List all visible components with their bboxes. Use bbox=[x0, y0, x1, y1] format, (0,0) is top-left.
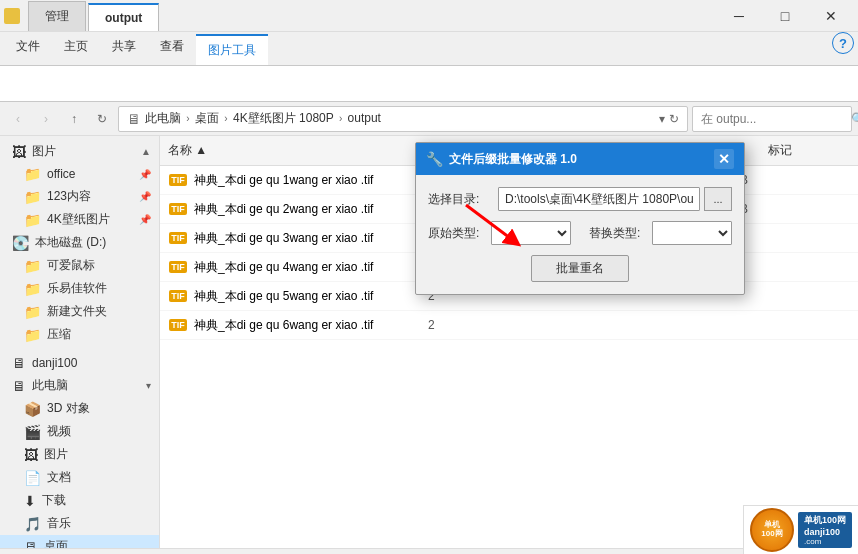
sidebar-item-disk[interactable]: 💽 本地磁盘 (D:) bbox=[0, 231, 159, 254]
dialog-browse-button[interactable]: ... bbox=[704, 187, 732, 211]
dialog-title-left: 🔧 文件后缀批量修改器 1.0 bbox=[426, 151, 577, 168]
path-icon: 🖥 bbox=[127, 111, 141, 127]
col-mark[interactable]: 标记 bbox=[760, 140, 858, 161]
software-icon: 📁 bbox=[24, 281, 41, 297]
4k-folder-icon: 📁 bbox=[24, 212, 41, 228]
sidebar-label-software: 乐易佳软件 bbox=[47, 280, 107, 297]
expand-pc-icon: ▾ bbox=[146, 380, 151, 391]
address-path[interactable]: 🖥 此电脑 › 桌面 › 4K壁纸图片 1080P › output ▾ ↻ bbox=[118, 106, 688, 132]
dialog-title-bar: 🔧 文件后缀批量修改器 1.0 ✕ bbox=[416, 143, 744, 175]
ribbon-tab-file[interactable]: 文件 bbox=[4, 32, 52, 65]
file-name-3: TIF 神典_本di ge qu 3wang er xiao .tif bbox=[160, 228, 420, 248]
expand-icon: ▲ bbox=[141, 146, 151, 157]
sidebar-label-pictures: 图片 bbox=[32, 143, 56, 160]
sidebar-item-office[interactable]: 📁 office 📌 bbox=[0, 163, 159, 185]
maximize-button[interactable]: □ bbox=[762, 0, 808, 32]
sidebar-label-music: 音乐 bbox=[47, 515, 71, 532]
sidebar-item-this-pc[interactable]: 🖥 此电脑 ▾ bbox=[0, 374, 159, 397]
sidebar-item-compress[interactable]: 📁 压缩 bbox=[0, 323, 159, 346]
dialog-title-text: 文件后缀批量修改器 1.0 bbox=[449, 151, 577, 168]
dialog-replace-label: 替换类型: bbox=[589, 225, 652, 242]
file-icon-2: TIF bbox=[168, 199, 188, 219]
123-folder-icon: 📁 bbox=[24, 189, 41, 205]
logo-circle[interactable]: 单机 100网 bbox=[750, 508, 794, 552]
sidebar-label-video: 视频 bbox=[47, 423, 71, 440]
sidebar-item-software[interactable]: 📁 乐易佳软件 bbox=[0, 277, 159, 300]
path-dropdown-icon[interactable]: ▾ bbox=[659, 112, 665, 126]
sidebar-item-pictures[interactable]: 🖼 图片 ▲ bbox=[0, 140, 159, 163]
office-folder-icon: 📁 bbox=[24, 166, 41, 182]
dialog-dir-input[interactable] bbox=[498, 187, 700, 211]
sidebar-label-danji: danji100 bbox=[32, 356, 77, 370]
search-input[interactable] bbox=[701, 112, 851, 126]
dialog-type-row: 原始类型: 替换类型: bbox=[428, 221, 732, 245]
pin-icon-2: 📌 bbox=[139, 191, 151, 202]
this-pc-icon: 🖥 bbox=[12, 378, 26, 394]
sidebar: 🖼 图片 ▲ 📁 office 📌 📁 123内容 📌 📁 4K壁纸图片 📌 💽… bbox=[0, 136, 160, 548]
col-name[interactable]: 名称 ▲ bbox=[160, 140, 420, 161]
nav-forward-button[interactable]: › bbox=[34, 107, 58, 131]
sidebar-item-cute-mouse[interactable]: 📁 可爱鼠标 bbox=[0, 254, 159, 277]
dialog-orig-select[interactable] bbox=[491, 221, 571, 245]
path-text: 此电脑 › 桌面 › 4K壁纸图片 1080P › output bbox=[145, 110, 381, 127]
dialog-replace-select[interactable] bbox=[652, 221, 732, 245]
sidebar-item-3d[interactable]: 📦 3D 对象 bbox=[0, 397, 159, 420]
dialog-orig-label: 原始类型: bbox=[428, 225, 491, 242]
logo-circle-text-2: 100网 bbox=[761, 530, 782, 539]
sidebar-item-music[interactable]: 🎵 音乐 bbox=[0, 512, 159, 535]
path-refresh-icon[interactable]: ↻ bbox=[669, 112, 679, 126]
ribbon-tab-view[interactable]: 查看 bbox=[148, 32, 196, 65]
logo-square-line3: .com bbox=[804, 537, 846, 546]
bottom-logos: 单机 100网 单机100网 danji100 .com bbox=[743, 505, 858, 554]
close-button[interactable]: ✕ bbox=[808, 0, 854, 32]
desktop-icon: 🖥 bbox=[24, 539, 38, 549]
pictures-icon: 🖼 bbox=[12, 144, 26, 160]
sidebar-label-4k: 4K壁纸图片 bbox=[47, 211, 110, 228]
sidebar-item-new-folder[interactable]: 📁 新建文件夹 bbox=[0, 300, 159, 323]
ribbon-tab-share[interactable]: 共享 bbox=[100, 32, 148, 65]
sidebar-item-download[interactable]: ⬇ 下载 bbox=[0, 489, 159, 512]
sidebar-item-video[interactable]: 🎬 视频 bbox=[0, 420, 159, 443]
tif-badge-2: TIF bbox=[169, 203, 187, 215]
file-name-5: TIF 神典_本di ge qu 5wang er xiao .tif bbox=[160, 286, 420, 306]
file-name-2: TIF 神典_本di ge qu 2wang er xiao .tif bbox=[160, 199, 420, 219]
ribbon-tab-home[interactable]: 主页 bbox=[52, 32, 100, 65]
title-bar-left bbox=[4, 8, 20, 24]
danji-icon: 🖥 bbox=[12, 355, 26, 371]
file-icon-4: TIF bbox=[168, 257, 188, 277]
nav-refresh-button[interactable]: ↻ bbox=[90, 107, 114, 131]
dialog-rename-button[interactable]: 批量重名 bbox=[531, 255, 629, 282]
dialog-app-icon: 🔧 bbox=[426, 151, 443, 167]
app-icon bbox=[4, 8, 20, 24]
sidebar-label-new-folder: 新建文件夹 bbox=[47, 303, 107, 320]
sidebar-label-desktop: 桌面 bbox=[44, 538, 68, 548]
sidebar-item-123[interactable]: 📁 123内容 📌 bbox=[0, 185, 159, 208]
sidebar-item-desktop[interactable]: 🖥 桌面 bbox=[0, 535, 159, 548]
search-box[interactable]: 🔍 bbox=[692, 106, 852, 132]
table-row[interactable]: TIF 神典_本di ge qu 6wang er xiao .tif 2 bbox=[160, 311, 858, 340]
nav-up-button[interactable]: ↑ bbox=[62, 107, 86, 131]
sidebar-label-pic: 图片 bbox=[44, 446, 68, 463]
sidebar-item-danji[interactable]: 🖥 danji100 bbox=[0, 352, 159, 374]
tif-badge-1: TIF bbox=[169, 174, 187, 186]
tab-output[interactable]: output bbox=[88, 3, 159, 31]
file-name-6: TIF 神典_本di ge qu 6wang er xiao .tif bbox=[160, 315, 420, 335]
ribbon-tab-picture-tools[interactable]: 图片工具 bbox=[196, 34, 268, 65]
sidebar-item-pic[interactable]: 🖼 图片 bbox=[0, 443, 159, 466]
dialog-close-button[interactable]: ✕ bbox=[714, 149, 734, 169]
window-controls: ─ □ ✕ bbox=[716, 0, 854, 32]
sidebar-item-4k[interactable]: 📁 4K壁纸图片 📌 bbox=[0, 208, 159, 231]
doc-icon: 📄 bbox=[24, 470, 41, 486]
sidebar-item-doc[interactable]: 📄 文档 bbox=[0, 466, 159, 489]
pin-icon: 📌 bbox=[139, 169, 151, 180]
pic-icon: 🖼 bbox=[24, 447, 38, 463]
file-icon-5: TIF bbox=[168, 286, 188, 306]
logo-square-line2: danji100 bbox=[804, 527, 846, 537]
compress-icon: 📁 bbox=[24, 327, 41, 343]
video-icon: 🎬 bbox=[24, 424, 41, 440]
nav-back-button[interactable]: ‹ bbox=[6, 107, 30, 131]
tab-manage[interactable]: 管理 bbox=[28, 1, 86, 31]
minimize-button[interactable]: ─ bbox=[716, 0, 762, 32]
help-icon[interactable]: ? bbox=[832, 32, 854, 54]
file-icon-3: TIF bbox=[168, 228, 188, 248]
